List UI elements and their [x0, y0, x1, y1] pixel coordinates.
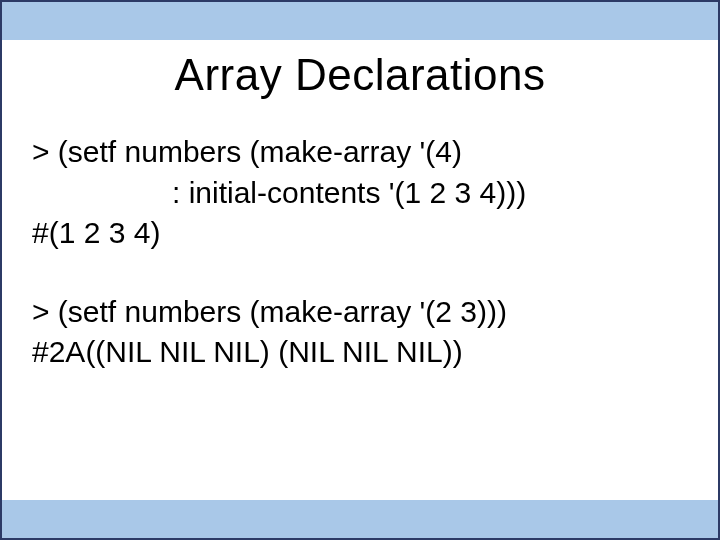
- code-line: > (setf numbers (make-array '(4): [32, 132, 688, 173]
- code-line: : initial-contents '(1 2 3 4))): [32, 173, 688, 214]
- code-line: > (setf numbers (make-array '(2 3))): [32, 292, 688, 333]
- code-line: #2A((NIL NIL NIL) (NIL NIL NIL)): [32, 332, 688, 373]
- slide-body: > (setf numbers (make-array '(4) : initi…: [32, 132, 688, 373]
- bottom-band: [2, 500, 718, 538]
- top-band: [2, 2, 718, 40]
- code-line: #(1 2 3 4): [32, 213, 688, 254]
- spacer: [32, 254, 688, 292]
- slide-title: Array Declarations: [2, 50, 718, 100]
- slide: Array Declarations > (setf numbers (make…: [0, 0, 720, 540]
